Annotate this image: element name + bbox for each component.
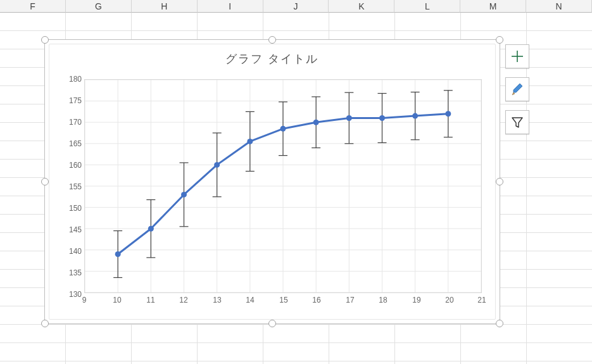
chart-action-buttons [505,44,529,134]
col-header-F[interactable]: F [0,0,66,13]
y-tick-label: 140 [56,247,82,256]
y-tick-label: 180 [56,75,82,84]
x-tick-label: 10 [113,296,121,304]
y-tick-label: 160 [56,161,82,170]
resize-handle[interactable] [268,36,276,44]
svg-point-59 [181,192,187,198]
col-header-L[interactable]: L [394,0,460,13]
col-header-K[interactable]: K [329,0,394,13]
svg-point-64 [346,115,352,121]
svg-point-66 [412,113,418,119]
svg-point-65 [379,115,385,121]
col-header-N[interactable]: N [526,0,592,13]
embedded-chart[interactable]: グラフ タイトル 180 175 170 165 160 155 150 145… [44,39,500,324]
y-tick-label: 170 [56,118,82,127]
x-tick-label: 21 [477,296,486,304]
resize-handle[interactable] [496,178,503,185]
x-tick-label: 11 [146,296,154,304]
resize-handle[interactable] [41,320,49,327]
svg-point-62 [280,126,286,132]
resize-handle[interactable] [268,320,276,327]
chart-styles-button[interactable] [505,77,529,101]
svg-point-63 [313,120,319,125]
x-tick-label: 18 [379,296,387,304]
col-header-I[interactable]: I [198,0,263,13]
resize-handle[interactable] [496,36,503,44]
chart-elements-button[interactable] [505,44,529,68]
x-tick-label: 14 [246,296,254,304]
svg-point-60 [214,162,220,168]
col-header-H[interactable]: H [132,0,198,13]
chart-filters-button[interactable] [505,110,529,134]
y-tick-label: 150 [56,204,82,213]
resize-handle[interactable] [41,178,49,185]
plus-icon [510,49,524,63]
svg-point-58 [148,226,154,232]
x-tick-label: 9 [82,296,87,304]
svg-point-57 [115,251,121,257]
col-header-M[interactable]: M [460,0,526,13]
resize-handle[interactable] [41,36,49,44]
funnel-icon [510,115,524,129]
x-tick-label: 20 [445,296,453,304]
col-header-J[interactable]: J [263,0,329,13]
svg-point-67 [445,111,451,116]
column-header-row: F G H I J K L M N [0,0,592,13]
x-tick-label: 15 [279,296,287,304]
x-tick-label: 19 [412,296,420,304]
x-tick-label: 12 [179,296,187,304]
resize-handle[interactable] [496,320,503,327]
x-tick-label: 17 [346,296,354,304]
y-tick-label: 155 [56,182,82,191]
y-tick-label: 135 [56,268,82,277]
y-tick-label: 130 [56,290,82,299]
y-tick-label: 175 [56,96,82,105]
paintbrush-icon [510,82,525,97]
plot-area[interactable] [84,79,482,293]
svg-point-61 [247,139,253,144]
chart-svg [85,80,481,292]
chart-title[interactable]: グラフ タイトル [45,51,500,66]
x-tick-label: 13 [213,296,221,304]
y-tick-label: 165 [56,139,82,148]
x-tick-label: 16 [312,296,320,304]
col-header-G[interactable]: G [66,0,132,13]
y-tick-label: 145 [56,225,82,234]
